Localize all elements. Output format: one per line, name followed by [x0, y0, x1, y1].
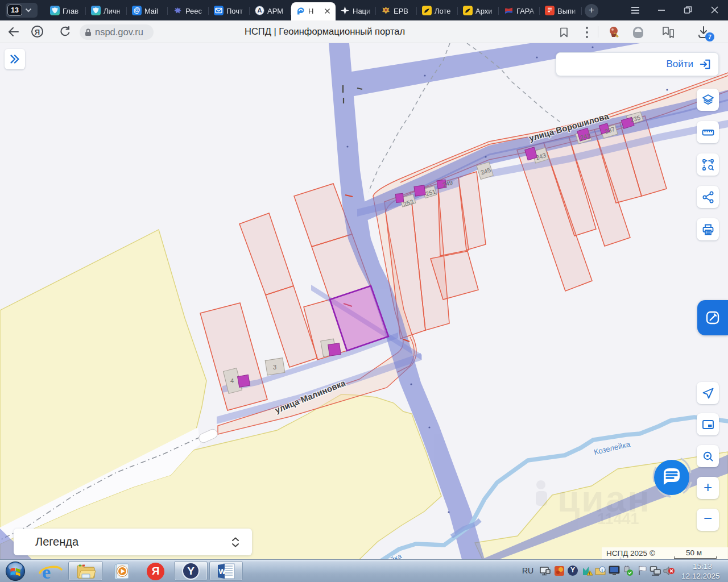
svg-text:Козелейка: Козелейка [593, 440, 631, 456]
svg-text:4: 4 [230, 377, 234, 384]
svg-text:i: i [602, 568, 603, 573]
svg-text:3: 3 [273, 364, 276, 371]
svg-text:e: e [42, 562, 51, 581]
svg-text:W: W [218, 567, 226, 576]
svg-text:11441: 11441 [597, 510, 639, 527]
svg-text:!: ! [589, 572, 590, 576]
